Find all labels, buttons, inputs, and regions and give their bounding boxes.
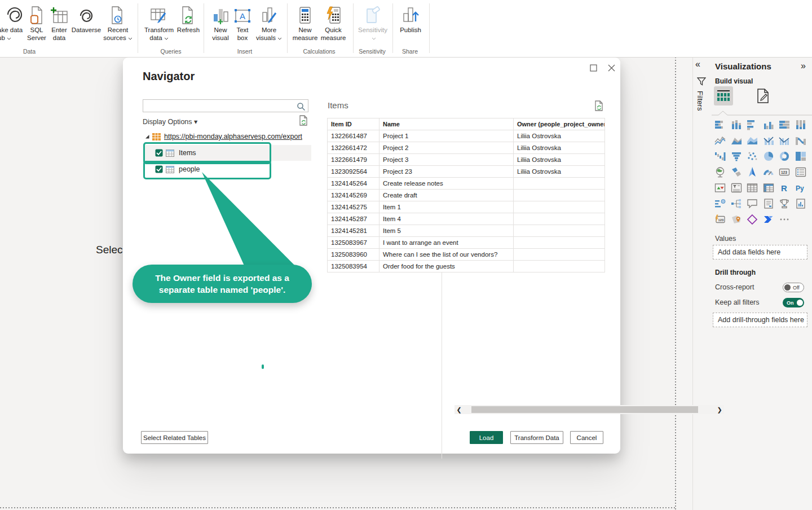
callout-text: The Owner field is exported as a bbox=[155, 272, 289, 284]
arcgis-map-icon[interactable] bbox=[730, 213, 743, 226]
key-influencers-icon[interactable] bbox=[714, 197, 726, 210]
ribbon-group-label-sensitivity: Sensitivity bbox=[359, 48, 385, 55]
table-row: 1324145269Create draft bbox=[328, 190, 605, 201]
sensitivity-button[interactable]: Sensitivity bbox=[356, 5, 389, 42]
line-chart-icon[interactable] bbox=[714, 134, 726, 147]
more-visuals-ellipsis-icon[interactable] bbox=[778, 213, 791, 226]
power-automate-icon[interactable] bbox=[762, 213, 775, 226]
dialog-title: Navigator bbox=[143, 70, 195, 83]
clustered-bar-chart-icon[interactable] bbox=[746, 118, 758, 131]
table-row: 1324145287Item 4 bbox=[328, 213, 605, 225]
load-button[interactable]: Load bbox=[470, 431, 503, 444]
select-related-tables-button[interactable]: Select Related Tables bbox=[141, 431, 208, 444]
azure-map-icon[interactable] bbox=[746, 166, 758, 178]
donut-chart-icon[interactable] bbox=[778, 150, 791, 162]
slicer-icon[interactable] bbox=[730, 182, 743, 194]
new-measure-button[interactable]: Newmeasure bbox=[290, 5, 320, 42]
cancel-button[interactable]: Cancel bbox=[570, 431, 603, 444]
source-url[interactable]: https://pbi-monday.alphaservesp.com/expo… bbox=[164, 133, 302, 140]
format-visual-tab[interactable] bbox=[753, 86, 773, 105]
checkbox-checked-icon[interactable] bbox=[155, 165, 163, 173]
tree-row-people[interactable]: people bbox=[144, 162, 311, 176]
funnel-chart-icon[interactable] bbox=[730, 150, 743, 162]
display-options-dropdown[interactable]: Display Options ▾ bbox=[143, 117, 197, 126]
table-row: 1322661479Project 3Liliia Ostrovska bbox=[328, 154, 605, 166]
horizontal-scrollbar[interactable]: ❮ ❯ bbox=[454, 405, 724, 414]
smart-narrative-icon[interactable] bbox=[762, 197, 775, 210]
100-stacked-column-chart-icon[interactable] bbox=[795, 118, 807, 131]
visualizations-title: Visualizations bbox=[715, 61, 771, 71]
map-icon[interactable] bbox=[714, 166, 726, 178]
filter-funnel-icon[interactable] bbox=[697, 77, 706, 88]
refresh-preview-icon[interactable] bbox=[594, 100, 604, 113]
python-visual-icon[interactable]: Py bbox=[795, 182, 807, 194]
build-visual-tab[interactable] bbox=[714, 86, 733, 105]
cross-report-toggle[interactable]: Off bbox=[783, 283, 804, 292]
multi-row-card-icon[interactable] bbox=[795, 166, 807, 178]
filters-pane-label[interactable]: Filters bbox=[696, 91, 704, 111]
transform-data-button[interactable]: Transformdata bbox=[141, 5, 177, 42]
recent-sources-button[interactable]: Recentsources bbox=[100, 5, 135, 42]
maximize-icon[interactable] bbox=[589, 63, 598, 73]
scrollbar-thumb[interactable] bbox=[471, 406, 698, 413]
navigator-dialog: Navigator Display Options ▾ https://pbi-… bbox=[123, 58, 620, 454]
source-node[interactable]: https://pbi-monday.alphaservesp.com/expo… bbox=[144, 131, 302, 142]
q-and-a-icon[interactable] bbox=[746, 197, 758, 210]
stacked-area-chart-icon[interactable] bbox=[746, 134, 758, 147]
table-icon[interactable] bbox=[746, 182, 758, 194]
quick-measure-icon bbox=[317, 5, 350, 26]
expand-filters-icon[interactable]: « bbox=[695, 59, 700, 69]
treemap-icon[interactable] bbox=[795, 150, 807, 162]
pie-chart-icon[interactable] bbox=[762, 150, 775, 162]
stacked-column-chart-icon[interactable] bbox=[730, 118, 743, 131]
r-script-visual-icon[interactable]: R bbox=[778, 182, 791, 194]
canvas-placeholder-text: Selec bbox=[96, 244, 123, 256]
scroll-left-icon[interactable]: ❮ bbox=[454, 405, 464, 414]
values-label: Values bbox=[715, 235, 736, 243]
keep-all-filters-label: Keep all filters bbox=[715, 298, 760, 306]
collapse-pane-icon[interactable]: » bbox=[801, 61, 806, 71]
web-table-source-icon bbox=[152, 133, 161, 141]
page-boundary-horizontal bbox=[0, 507, 676, 508]
more-visuals-icon bbox=[253, 5, 285, 26]
clustered-column-chart-icon[interactable] bbox=[762, 118, 775, 131]
more-visuals-button[interactable]: Morevisuals bbox=[253, 5, 285, 42]
area-chart-icon[interactable] bbox=[730, 134, 743, 147]
100-stacked-bar-chart-icon[interactable] bbox=[778, 118, 791, 131]
waterfall-chart-icon[interactable] bbox=[714, 150, 726, 162]
ribbon-chart-icon[interactable] bbox=[795, 134, 807, 147]
power-apps-icon[interactable] bbox=[746, 213, 758, 226]
dataverse-button[interactable]: Dataverse bbox=[69, 5, 104, 34]
stacked-bar-chart-icon[interactable] bbox=[714, 118, 726, 131]
tree-row-items[interactable]: Items bbox=[144, 145, 311, 161]
checkbox-checked-icon[interactable] bbox=[155, 149, 163, 157]
values-field-well[interactable]: Add data fields here bbox=[713, 245, 807, 260]
line-and-stacked-column-chart-icon[interactable] bbox=[762, 134, 775, 147]
quick-measure-button[interactable]: Quickmeasure bbox=[317, 5, 350, 42]
refresh-button[interactable]: Refresh bbox=[174, 5, 203, 34]
gauge-icon[interactable] bbox=[762, 166, 775, 178]
decomposition-tree-icon[interactable] bbox=[730, 197, 743, 210]
kpi-icon[interactable] bbox=[714, 182, 726, 194]
dropdown-caret-icon bbox=[372, 34, 376, 42]
transform-data-button[interactable]: Transform Data bbox=[510, 431, 563, 444]
matrix-icon[interactable] bbox=[762, 182, 775, 194]
new-card-icon[interactable]: 123 bbox=[714, 213, 726, 226]
card-icon[interactable]: 123 bbox=[778, 166, 791, 178]
text-box-button[interactable]: A Textbox bbox=[230, 5, 255, 42]
scatter-chart-icon[interactable] bbox=[746, 150, 758, 162]
search-input[interactable] bbox=[143, 99, 308, 112]
filters-pane-collapsed: « Filters bbox=[693, 57, 712, 510]
publish-button[interactable]: Publish bbox=[396, 5, 425, 34]
filled-map-icon[interactable] bbox=[730, 166, 743, 178]
refresh-source-icon[interactable] bbox=[299, 115, 308, 128]
paginated-report-icon[interactable] bbox=[795, 197, 807, 210]
scroll-right-icon[interactable]: ❯ bbox=[715, 405, 724, 414]
metrics-icon[interactable] bbox=[778, 197, 791, 210]
drill-through-label: Drill through bbox=[715, 269, 756, 276]
visualizations-pane: Visualizations » Build visual 123 bbox=[712, 57, 812, 510]
close-icon[interactable] bbox=[607, 63, 616, 73]
keep-all-filters-toggle[interactable]: On bbox=[783, 298, 804, 307]
line-and-clustered-column-chart-icon[interactable] bbox=[778, 134, 791, 147]
drill-through-field-well[interactable]: Add drill-through fields here bbox=[713, 313, 807, 327]
